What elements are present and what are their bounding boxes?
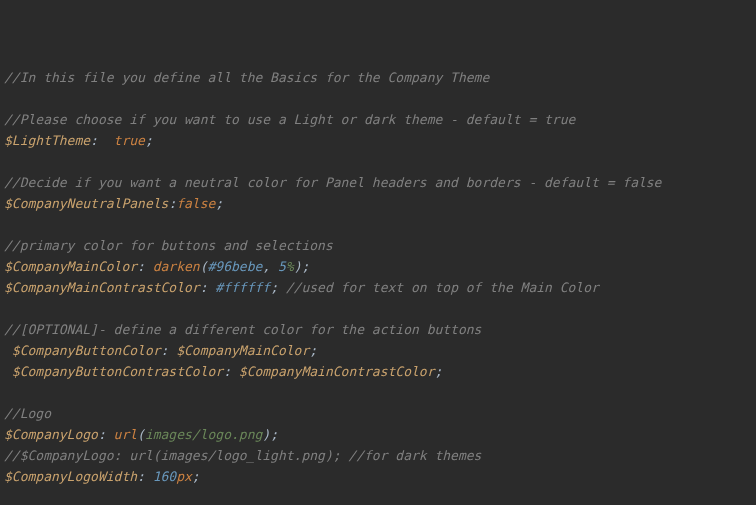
code-line: $CompanyButtonColor: $CompanyMainColor;: [4, 340, 752, 361]
comment: //$CompanyLogo: url(images/logo_light.pn…: [4, 448, 481, 463]
code-line: //primary color for buttons and selectio…: [4, 235, 752, 256]
code-line: $CompanyNeutralPanels:false;: [4, 193, 752, 214]
code-line: //$CompanyLogo: url(images/logo_light.pn…: [4, 445, 752, 466]
variable: $CompanyLogo: [4, 427, 98, 442]
number: 160: [153, 469, 176, 484]
code-line: $CompanyLogo: url(images/logo.png);: [4, 424, 752, 445]
code-line: [4, 151, 752, 172]
code-line: $CompanyButtonContrastColor: $CompanyMai…: [4, 361, 752, 382]
boolean: true: [114, 133, 145, 148]
boolean: false: [176, 196, 215, 211]
code-line: [4, 487, 752, 505]
code-line: //In this file you define all the Basics…: [4, 67, 752, 88]
color-literal: #ffffff: [215, 280, 270, 295]
variable-ref: $CompanyMainContrastColor: [239, 364, 435, 379]
code-line: $CompanyLogoWidth: 160px;: [4, 466, 752, 487]
code-line: //Decide if you want a neutral color for…: [4, 172, 752, 193]
comment: //Decide if you want a neutral color for…: [4, 175, 661, 190]
code-line: $CompanyMainContrastColor: #ffffff; //us…: [4, 277, 752, 298]
comment: //Logo: [4, 406, 51, 421]
variable: $CompanyMainContrastColor: [4, 280, 200, 295]
code-line: //Logo: [4, 403, 752, 424]
variable: $LightTheme: [4, 133, 90, 148]
code-line: $LightTheme: true;: [4, 130, 752, 151]
function: url: [114, 427, 137, 442]
unit: px: [176, 469, 192, 484]
comment: //primary color for buttons and selectio…: [4, 238, 333, 253]
color-literal: #96bebe: [208, 259, 263, 274]
code-line: [4, 88, 752, 109]
variable: $CompanyButtonColor: [12, 343, 161, 358]
code-line: [4, 382, 752, 403]
comment: //[OPTIONAL]- define a different color f…: [4, 322, 481, 337]
code-line: [4, 298, 752, 319]
code-editor[interactable]: //In this file you define all the Basics…: [4, 67, 752, 505]
function: darken: [153, 259, 200, 274]
comment: //Please choose if you want to use a Lig…: [4, 112, 575, 127]
variable: $CompanyMainColor: [4, 259, 137, 274]
comment: //In this file you define all the Basics…: [4, 70, 489, 85]
code-line: //Please choose if you want to use a Lig…: [4, 109, 752, 130]
variable: $CompanyLogoWidth: [4, 469, 137, 484]
variable-ref: $CompanyMainColor: [176, 343, 309, 358]
code-line: [4, 214, 752, 235]
path: images/logo.png: [145, 427, 262, 442]
comment: //used for text on top of the Main Color: [286, 280, 599, 295]
code-line: $CompanyMainColor: darken(#96bebe, 5%);: [4, 256, 752, 277]
variable: $CompanyNeutralPanels: [4, 196, 168, 211]
number: 5: [278, 259, 286, 274]
code-line: //[OPTIONAL]- define a different color f…: [4, 319, 752, 340]
variable: $CompanyButtonContrastColor: [12, 364, 223, 379]
